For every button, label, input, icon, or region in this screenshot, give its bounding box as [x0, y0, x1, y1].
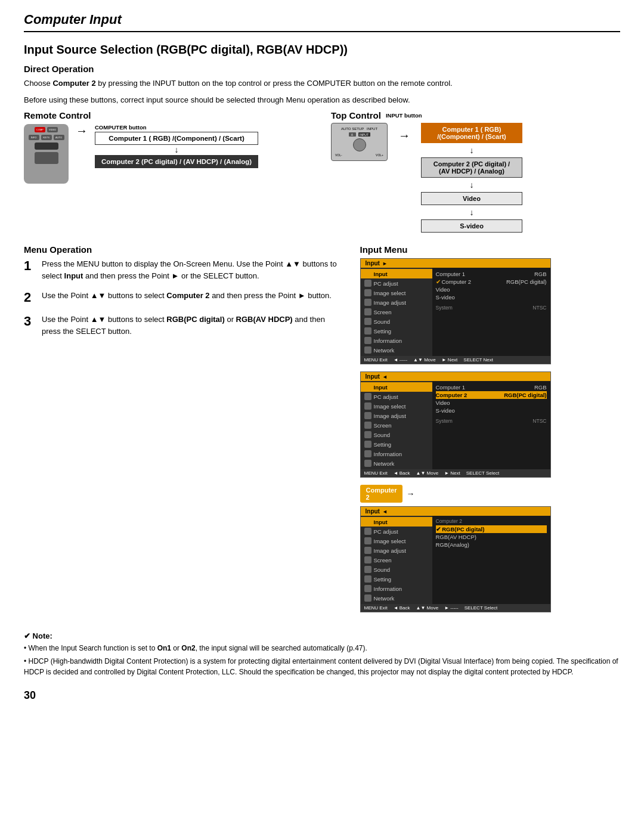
im3-footer-next: ► ----- — [444, 605, 458, 611]
im3-setting-icon — [364, 575, 371, 583]
step-1-num: 1 — [24, 258, 36, 274]
note-text: • When the Input Search function is set … — [24, 643, 620, 677]
remote-diagram: COMP VIDEO INFO KEYS AUTO → COMPUTER but… — [24, 124, 313, 184]
im1-sidebar-setting: Setting — [361, 326, 432, 336]
remote-control-label: Remote Control — [24, 110, 313, 120]
im3-network-icon — [364, 594, 371, 602]
remote-control-image: COMP VIDEO INFO KEYS AUTO — [24, 124, 69, 184]
im3-sound-icon — [364, 566, 371, 573]
computer2-btn: Computer2 — [360, 485, 403, 503]
im3-info-icon — [364, 585, 371, 592]
im3-row-rgb-av: RGB(AV HDCP) — [436, 533, 547, 541]
im3-sidebar-information: Information — [361, 584, 432, 593]
im1-info-icon — [364, 337, 371, 344]
im2-input-icon — [364, 383, 371, 391]
input-btn-label: INPUT button — [386, 112, 422, 119]
im1-sound-icon — [364, 318, 371, 325]
top-ctrl-device: AUTO SETUP INPUT A INPUT VOL-VOL+ — [331, 123, 388, 161]
im2-sidebar-screen: Screen — [361, 420, 432, 430]
im3-footer-exit: MENU Exit — [364, 605, 388, 611]
note-point-1: • When the Input Search function is set … — [24, 643, 620, 654]
im1-sidebar-imageselect: Image select — [361, 288, 432, 298]
top-ctrl-box-stack: Computer 1 ( RGB)/(Component) / (Scart) … — [421, 123, 522, 233]
step-1-text: Press the MENU button to display the On-… — [42, 258, 342, 281]
im2-network-icon — [364, 460, 371, 467]
computer2-arrow: → — [406, 489, 414, 498]
im2-sidebar-imageselect: Image select — [361, 401, 432, 411]
im3-footer-select: SELECT Select — [465, 605, 497, 611]
im1-title-arrow: ► — [382, 261, 388, 267]
im2-screen-icon — [364, 422, 371, 429]
im1-sidebar-imageadjust: Image adjust — [361, 298, 432, 307]
computer-btn-label: COMPUTER button — [95, 124, 258, 131]
im1-imgadj-icon — [364, 299, 371, 306]
im2-sidebar-network: Network — [361, 459, 432, 468]
top-control-label: Top Control — [331, 110, 381, 120]
computer2-indicator: Computer2 → — [360, 485, 621, 503]
top-ctrl-arrow: → — [398, 129, 410, 143]
top-ctrl-video-box: Video — [421, 192, 522, 205]
menu-operation-section: Menu Operation 1 Press the MENU button t… — [24, 244, 620, 620]
im2-row-svideo: S-video — [436, 407, 547, 414]
im2-sound-icon — [364, 431, 371, 438]
im1-footer-next: ► Next — [442, 357, 458, 363]
im3-footer-back: ◄ Back — [394, 605, 410, 611]
im1-footer-back: ◄ ----- — [394, 357, 407, 363]
im2-imgsel-icon — [364, 402, 371, 410]
im1-sidebar-input: Input — [361, 269, 432, 278]
im2-row-video: Video — [436, 399, 547, 407]
computer2-pc-box: Computer 2 (PC digital) / (AV HDCP) / (A… — [95, 155, 258, 168]
im2-row-computer1: Computer 1RGB — [436, 383, 547, 391]
im3-imgsel-icon — [364, 537, 371, 544]
im1-sidebar-pcadjust: PC adjust — [361, 278, 432, 288]
im1-footer-select: SELECT Next — [463, 357, 493, 363]
direct-operation-section: Direct Operation Choose Computer 2 by pr… — [24, 64, 620, 233]
im3-title-arrow: ◄ — [382, 509, 388, 515]
step-1: 1 Press the MENU button to display the O… — [24, 258, 342, 281]
im1-sidebar-information: Information — [361, 336, 432, 345]
down-arrow-4: ↓ — [421, 208, 522, 217]
im3-content: Computer 2 ✔ RGB(PC digital) RGB(AV HDCP… — [432, 516, 550, 604]
input-menu-screenshot-2: Input ◄ Input PC adjust Image select Ima… — [360, 371, 551, 478]
im3-sidebar-pcadjust: PC adjust — [361, 527, 432, 536]
im1-footer-move: ▲▼ Move — [413, 357, 436, 363]
im1-title: Input — [366, 260, 380, 267]
im1-row-computer1: Computer 1RGB — [436, 270, 547, 278]
step-2-num: 2 — [24, 290, 36, 305]
input-menu-label: Input Menu — [360, 244, 621, 255]
direct-operation-title: Direct Operation — [24, 64, 620, 74]
im2-sidebar-pcadjust: PC adjust — [361, 392, 432, 401]
computer1-rgb-box: Computer 1 ( RGB) /(Component) / (Scart) — [95, 132, 258, 145]
im3-row-rgb-analog: RGB(Analog) — [436, 541, 547, 549]
input-menu-col: Input Menu Input ► Input PC adjust Image… — [360, 244, 621, 620]
im1-footer-exit: MENU Exit — [364, 357, 388, 363]
section-title: Input Source Selection (RGB(PC digital),… — [24, 43, 620, 57]
im3-screen-icon — [364, 556, 371, 563]
page-number: 30 — [24, 689, 620, 702]
im3-sidebar-sound: Sound — [361, 565, 432, 574]
im2-imgadj-icon — [364, 412, 371, 419]
down-arrow-2: ↓ — [421, 145, 522, 155]
im3-title-bar: Input ◄ — [361, 507, 550, 516]
input-menu-screenshot-1: Input ► Input PC adjust Image select Ima… — [360, 258, 551, 364]
im2-pcadj-icon — [364, 393, 371, 400]
im3-footer: MENU Exit ◄ Back ▲▼ Move ► ----- SELECT … — [361, 604, 550, 612]
im3-computer2-label: Computer 2 — [436, 518, 547, 524]
im3-imgadj-icon — [364, 547, 371, 554]
im3-title: Input — [366, 508, 380, 515]
im1-footer: MENU Exit ◄ ----- ▲▼ Move ► Next SELECT … — [361, 356, 550, 364]
im2-footer-select: SELECT Select — [466, 470, 499, 476]
im3-sidebar-network: Network — [361, 593, 432, 603]
note-title: ✔ Note: — [24, 631, 620, 640]
note-point-2: • HDCP (High-bandwidth Digital Content P… — [24, 656, 620, 677]
direct-op-text2: Before using these buttons, correct inpu… — [24, 94, 620, 106]
im2-sidebar-information: Information — [361, 449, 432, 459]
page-title: Computer Input — [24, 12, 620, 27]
im1-row-svideo: S-video — [436, 293, 547, 301]
note-section: ✔ Note: • When the Input Search function… — [24, 631, 620, 677]
im1-sidebar-screen: Screen — [361, 307, 432, 317]
remote-arrow: → — [76, 124, 88, 138]
step-3-text: Use the Point ▲▼ buttons to select RGB(P… — [42, 314, 342, 337]
im2-title-bar: Input ◄ — [361, 372, 550, 381]
im2-body: Input PC adjust Image select Image adjus… — [361, 381, 550, 469]
